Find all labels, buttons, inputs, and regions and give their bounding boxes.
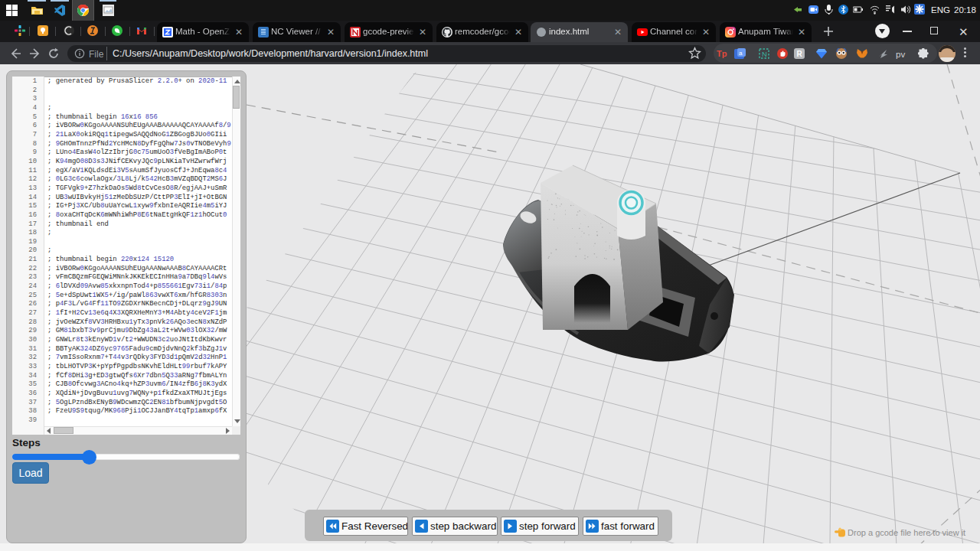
svg-text:R: R (796, 50, 802, 58)
svg-text:pv: pv (896, 50, 905, 59)
svg-text:Tp: Tp (717, 49, 727, 58)
svg-text:N: N (762, 50, 767, 58)
svg-text:a: a (739, 50, 743, 57)
